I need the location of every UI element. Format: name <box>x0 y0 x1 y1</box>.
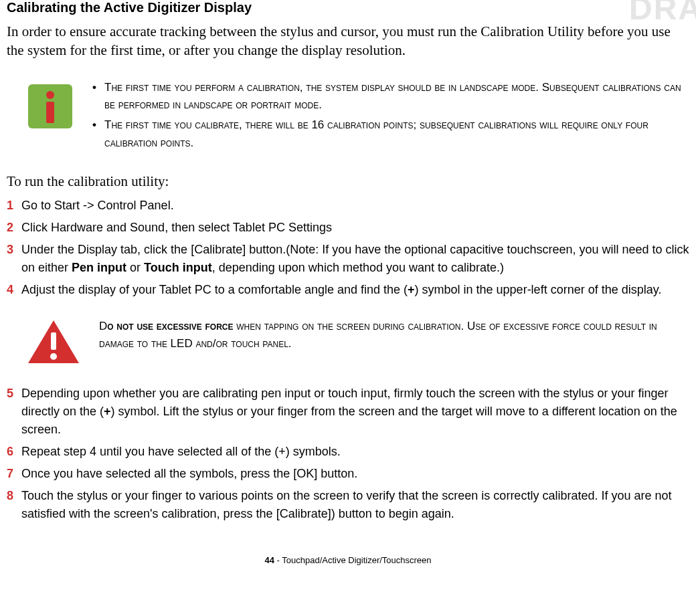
svg-point-5 <box>50 353 57 360</box>
footer-separator: - <box>274 555 282 565</box>
step-text: Touch the stylus or your finger to vario… <box>21 487 689 523</box>
step-text: Adjust the display of your Tablet PC to … <box>21 281 661 299</box>
page-footer: 44 - Touchpad/Active Digitizer/Touchscre… <box>7 555 689 571</box>
info-bullet-2: The first time you calibrate, there will… <box>92 116 689 152</box>
step-text: Click Hardware and Sound, then select Ta… <box>21 219 332 237</box>
warning-callout: Do not use excessive force when tapping … <box>7 318 689 366</box>
svg-rect-2 <box>46 102 54 123</box>
step-number: 1 <box>7 197 13 215</box>
step-text: Go to Start -> Control Panel. <box>21 197 174 215</box>
page-number: 44 <box>264 555 274 565</box>
info-callout-text: The first time you perform a calibration… <box>92 79 689 155</box>
step-2: 2 Click Hardware and Sound, then select … <box>7 219 689 237</box>
section-lead: To run the calibration utility: <box>7 173 689 190</box>
step-text: Once you have selected all the symbols, … <box>21 465 357 483</box>
step-number: 8 <box>7 487 13 505</box>
intro-paragraph: In order to ensure accurate tracking bet… <box>7 22 689 60</box>
step-text: Under the Display tab, click the [Calibr… <box>21 241 689 277</box>
footer-label: Touchpad/Active Digitizer/Touchscreen <box>282 555 431 565</box>
step-6: 6 Repeat step 4 until you have selected … <box>7 443 689 461</box>
step-number: 7 <box>7 465 13 483</box>
page-content: Calibrating the Active Digitizer Display… <box>7 0 689 571</box>
step-number: 4 <box>7 281 13 299</box>
info-callout: The first time you perform a calibration… <box>7 79 689 155</box>
steps-list-2: 5 Depending upon whether you are calibra… <box>7 385 689 523</box>
step-3: 3 Under the Display tab, click the [Cali… <box>7 241 689 277</box>
step-5: 5 Depending upon whether you are calibra… <box>7 385 689 439</box>
step-number: 3 <box>7 241 13 259</box>
step-number: 2 <box>7 219 13 237</box>
step-text: Depending upon whether you are calibrati… <box>21 385 689 439</box>
step-number: 5 <box>7 385 13 403</box>
warning-icon <box>27 319 80 366</box>
info-icon <box>27 83 74 130</box>
svg-rect-4 <box>51 332 56 350</box>
page-title: Calibrating the Active Digitizer Display <box>7 0 689 15</box>
step-1: 1 Go to Start -> Control Panel. <box>7 197 689 215</box>
step-7: 7 Once you have selected all the symbols… <box>7 465 689 483</box>
step-4: 4 Adjust the display of your Tablet PC t… <box>7 281 689 299</box>
step-8: 8 Touch the stylus or your finger to var… <box>7 487 689 523</box>
steps-list-1: 1 Go to Start -> Control Panel. 2 Click … <box>7 197 689 299</box>
svg-point-1 <box>46 91 54 99</box>
step-number: 6 <box>7 443 13 461</box>
info-bullet-1: The first time you perform a calibration… <box>92 79 689 114</box>
warning-callout-text: Do not use excessive force when tapping … <box>99 318 689 353</box>
step-text: Repeat step 4 until you have selected al… <box>21 443 341 461</box>
